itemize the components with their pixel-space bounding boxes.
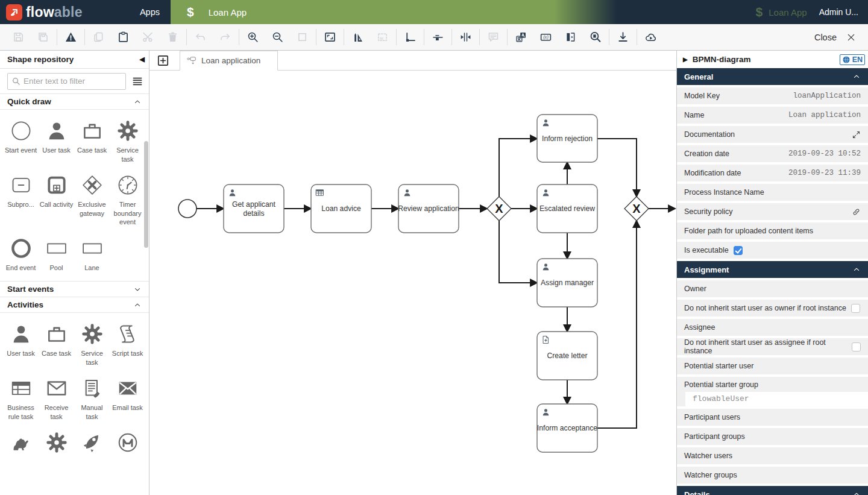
shape-service-task[interactable]: Service task	[110, 119, 145, 163]
save-button[interactable]	[6, 27, 31, 48]
shape-user-task[interactable]: User task	[39, 119, 74, 155]
shape-filter-input[interactable]	[24, 77, 122, 86]
is-executable-checkbox[interactable]	[734, 246, 743, 255]
property-section-details[interactable]: Details	[677, 486, 868, 495]
shape-camel-task[interactable]	[3, 430, 39, 455]
shape-start-event[interactable]: Start event	[3, 119, 39, 155]
align-horizontal-button[interactable]	[426, 27, 450, 48]
shape-lane[interactable]: Lane	[74, 236, 110, 273]
language-selector[interactable]: EN	[840, 54, 865, 65]
zoom-in-button[interactable]	[241, 27, 265, 48]
section-header-start-events[interactable]: Start events	[0, 281, 149, 297]
property-row-process-instance-name[interactable]: Process Instance Name	[677, 184, 868, 201]
task-review-application[interactable]: Review application	[398, 184, 459, 233]
undo-button[interactable]	[188, 27, 213, 48]
shape-subpro[interactable]: Subpro...	[3, 173, 39, 209]
shape-exclusive-gateway[interactable]: Exclusive gateway	[74, 173, 110, 218]
property-section-general[interactable]: General	[677, 68, 868, 85]
property-row-security-policy[interactable]: Security policy	[677, 203, 868, 220]
paste-button[interactable]	[111, 27, 136, 48]
property-row-model-key[interactable]: Model KeyloanApplication	[677, 87, 868, 104]
tab-loan-application[interactable]: Loan application	[180, 51, 278, 71]
property-row-folder-path-for-uploaded-content-items[interactable]: Folder path for uploaded content items	[677, 222, 868, 239]
task-loan-advice[interactable]: Loan advice	[311, 184, 371, 233]
sequence-flow[interactable]	[499, 139, 537, 197]
property-row-documentation[interactable]: Documentation	[677, 126, 868, 143]
shape-end-event[interactable]: End event	[3, 236, 39, 273]
find-button[interactable]	[583, 27, 608, 48]
property-row-participant-groups[interactable]: Participant groups	[677, 428, 868, 445]
property-row-potential-starter-group[interactable]: Potential starter groupflowableUser	[677, 377, 868, 406]
bendpoint-button[interactable]	[345, 27, 370, 48]
shape-mule-task[interactable]	[110, 430, 145, 455]
shape-business-rule-task[interactable]: Business rule task	[3, 376, 39, 421]
property-subvalue[interactable]: flowableUser	[685, 392, 868, 406]
expression-button[interactable]: (x)	[533, 27, 558, 48]
bpmn-canvas[interactable]: Get applicantdetailsLoan adviceReview ap…	[149, 71, 676, 495]
user-menu[interactable]: Admin U...	[819, 7, 858, 17]
task-assign-manager[interactable]: Assign manager	[537, 259, 597, 307]
comment-button[interactable]	[481, 27, 506, 48]
shape-manual-task[interactable]: Manual task	[74, 376, 110, 421]
shape-email-task[interactable]: Email task	[110, 376, 145, 412]
zoom-actual-button[interactable]	[290, 27, 315, 48]
translate-button[interactable]	[509, 27, 533, 48]
copy-button[interactable]	[86, 27, 111, 48]
property-row-creation-date[interactable]: Creation date2019-09-23 10:52	[677, 145, 868, 162]
section-header-activities[interactable]: Activities	[0, 297, 149, 313]
sequence-flow[interactable]	[597, 221, 637, 428]
shape-user-task[interactable]: User task	[3, 322, 39, 358]
property-row-potential-starter-user[interactable]: Potential starter user	[677, 358, 868, 374]
nav-apps[interactable]: Apps	[140, 7, 160, 17]
shape-case-task[interactable]: Case task	[39, 322, 74, 358]
property-row-assignee[interactable]: Assignee	[677, 319, 868, 336]
property-section-assignment[interactable]: Assignment	[677, 261, 868, 278]
zoom-out-button[interactable]	[265, 27, 290, 48]
section-header-quick-draw[interactable]: Quick draw	[0, 93, 149, 110]
shape-receive-task[interactable]: Receive task	[39, 376, 74, 421]
download-button[interactable]	[611, 27, 635, 48]
gateway-1[interactable]: X	[487, 197, 511, 221]
sequence-flow[interactable]	[597, 139, 637, 197]
collapse-sidebar-icon[interactable]: ◀	[140, 55, 145, 63]
list-view-icon[interactable]	[131, 75, 143, 87]
shape-filter-field[interactable]	[7, 73, 126, 90]
property-row-owner[interactable]: Owner	[677, 280, 868, 297]
property-row-participant-users[interactable]: Participant users	[677, 409, 868, 426]
property-row-name[interactable]: NameLoan application	[677, 107, 868, 124]
shape-gear-task[interactable]	[39, 430, 74, 455]
save-all-button[interactable]	[31, 27, 55, 48]
property-row-do-not-inherit-start-user-as-owner-if-root-instance[interactable]: Do not inherit start user as owner if ro…	[677, 300, 868, 317]
flip-button[interactable]	[558, 27, 583, 48]
redo-button[interactable]	[213, 27, 237, 48]
shape-pool[interactable]: Pool	[39, 236, 74, 273]
close-button[interactable]: Close	[814, 33, 862, 42]
sidebar-scrollbar[interactable]	[144, 141, 148, 248]
multi-select-button[interactable]	[370, 27, 395, 48]
task-create-letter[interactable]: Create letter	[537, 332, 597, 380]
cloud-upload-button[interactable]	[638, 27, 663, 48]
link-icon[interactable]	[852, 207, 861, 216]
property-row-is-executable[interactable]: Is executable	[677, 242, 868, 259]
property-row-watcher-groups[interactable]: Watcher groups	[677, 467, 868, 484]
shape-call-activity[interactable]: Call activity	[39, 173, 74, 209]
align-corner-button[interactable]	[398, 27, 423, 48]
add-tab-button[interactable]	[157, 54, 169, 67]
expand-icon[interactable]	[852, 130, 861, 139]
sequence-flow[interactable]	[499, 221, 537, 283]
shape-case-task[interactable]: Case task	[74, 119, 110, 155]
task-escalated-review[interactable]: Escalated review	[537, 184, 597, 233]
property-row-watcher-users[interactable]: Watcher users	[677, 447, 868, 464]
do-not-inherit-start-user-as-assignee-if-root-instance-checkbox[interactable]	[852, 342, 861, 352]
collapse-panel-icon[interactable]: ▶	[683, 56, 688, 63]
property-row-do-not-inherit-start-user-as-assignee-if-root-instance[interactable]: Do not inherit start user as assignee if…	[677, 338, 868, 355]
align-vertical-button[interactable]	[453, 27, 478, 48]
shape-service-task[interactable]: Service task	[74, 322, 110, 367]
delete-button[interactable]	[160, 27, 185, 48]
shape-rocket-task[interactable]	[74, 430, 110, 455]
shape-timer-boundary-event[interactable]: Timer boundary event	[110, 173, 145, 227]
task-get-applicant-details[interactable]: Get applicantdetails	[224, 184, 284, 233]
do-not-inherit-start-user-as-owner-if-root-instance-checkbox[interactable]	[851, 304, 860, 313]
shape-script-task[interactable]: Script task	[110, 322, 145, 358]
task-inform-rejection[interactable]: Inform rejection	[537, 115, 597, 162]
